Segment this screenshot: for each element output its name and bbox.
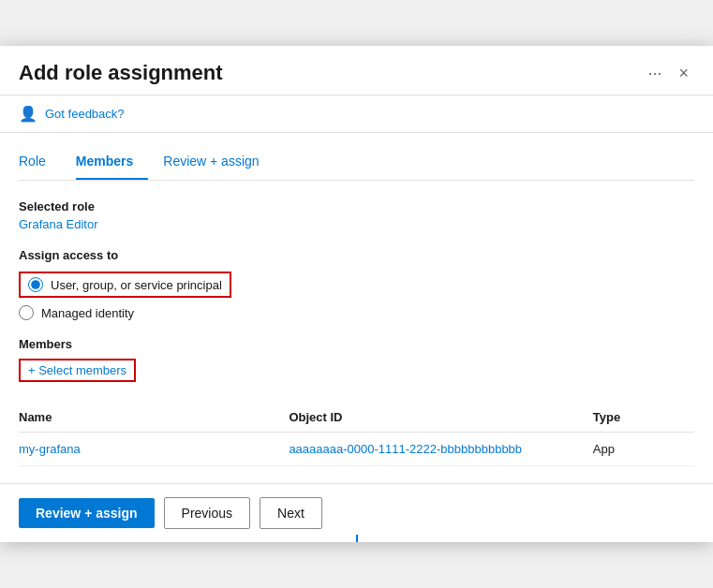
selected-role-label: Selected role [19, 199, 694, 213]
table-header-row: Name Object ID Type [19, 403, 694, 433]
tab-members[interactable]: Members [76, 146, 148, 180]
next-button[interactable]: Next [260, 497, 322, 529]
radio-managed-identity[interactable]: Managed identity [19, 305, 694, 320]
review-assign-button[interactable]: Review + assign [19, 498, 155, 528]
table-row: my-grafana aaaaaaaa-0000-1111-2222-bbbbb… [19, 433, 694, 466]
cell-name: my-grafana [19, 433, 289, 466]
tab-role[interactable]: Role [19, 146, 61, 180]
radio-user-group-input[interactable] [28, 277, 43, 292]
assign-access-options: User, group, or service principal Manage… [19, 272, 694, 320]
assign-access-section: Assign access to User, group, or service… [19, 248, 694, 320]
previous-button[interactable]: Previous [164, 497, 250, 529]
members-table: Name Object ID Type my-grafana aaaaaaaa-… [19, 403, 694, 466]
footer: Review + assign Previous Next [0, 483, 713, 542]
col-header-name: Name [19, 403, 289, 433]
header-actions: ··· × [647, 62, 694, 85]
members-label: Members [19, 337, 694, 351]
radio-user-group[interactable]: User, group, or service principal [19, 272, 694, 298]
dialog-title: Add role assignment [19, 61, 223, 85]
dialog-header: Add role assignment ··· × [0, 46, 713, 96]
cell-type: App [593, 433, 694, 466]
col-header-type: Type [593, 403, 694, 433]
select-members-button[interactable]: + Select members [19, 359, 136, 382]
close-button[interactable]: × [673, 62, 694, 85]
cell-objectid: aaaaaaaa-0000-1111-2222-bbbbbbbbbbbb [289, 433, 592, 466]
next-indicator [356, 535, 358, 542]
members-section: Members + Select members Name Object ID … [19, 337, 694, 466]
feedback-label[interactable]: Got feedback? [45, 107, 125, 121]
radio-managed-identity-input[interactable] [19, 305, 34, 320]
selected-role-value: Grafana Editor [19, 217, 694, 231]
add-role-assignment-dialog: Add role assignment ··· × 👤 Got feedback… [0, 46, 713, 542]
col-header-objectid: Object ID [289, 403, 592, 433]
main-content: Role Members Review + assign Selected ro… [0, 133, 713, 483]
assign-access-label: Assign access to [19, 248, 694, 262]
radio-managed-identity-label: Managed identity [41, 306, 134, 320]
radio-user-group-label: User, group, or service principal [51, 278, 222, 292]
feedback-icon: 👤 [19, 105, 37, 123]
more-options-icon[interactable]: ··· [647, 64, 661, 83]
tabs: Role Members Review + assign [19, 133, 694, 181]
selected-role-section: Selected role Grafana Editor [19, 199, 694, 231]
feedback-bar: 👤 Got feedback? [0, 96, 713, 133]
tab-review-assign[interactable]: Review + assign [163, 146, 274, 180]
